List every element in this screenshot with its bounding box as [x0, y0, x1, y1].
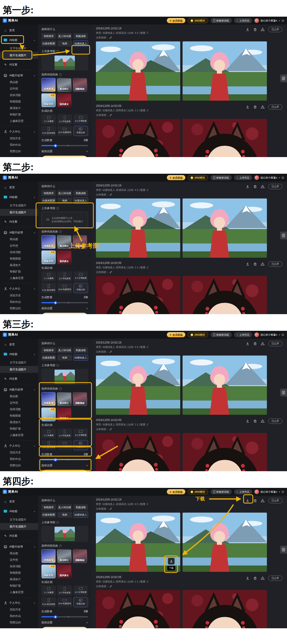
upload-works-button[interactable]: ↑ 上传作品	[234, 332, 252, 337]
ratio-1-2[interactable]: 1:2 手机屏幕	[57, 271, 72, 282]
edit-icon[interactable]	[110, 428, 112, 430]
sidebar-item-product-image[interactable]: 商品图	[0, 550, 38, 556]
image-download-button[interactable]	[168, 558, 175, 565]
feedback-side-tab[interactable]	[280, 546, 287, 554]
ratio-4-3[interactable]: 4:3 文章配图	[73, 428, 88, 438]
generated-image-2[interactable]	[183, 198, 267, 258]
sidebar-item-home[interactable]: ⌂ 首页	[0, 184, 38, 191]
option-ecommerce[interactable]: 电商	[57, 354, 72, 361]
slider-handle[interactable]	[54, 458, 57, 462]
option-anime-to-real[interactable]: 动漫转真人	[73, 40, 88, 46]
option-media-image[interactable]: 自媒体配图	[41, 354, 56, 361]
delete-icon[interactable]	[253, 105, 257, 109]
generated-image-2[interactable]	[183, 433, 267, 471]
app-logo[interactable]: D 简单AI	[3, 333, 18, 337]
quantity-slider[interactable]	[41, 615, 88, 618]
ratio-1-1[interactable]: 1:1 头像图	[41, 428, 56, 438]
logout-icon[interactable]	[282, 176, 284, 179]
sidebar-item-id-photo[interactable]: 证件照	[0, 556, 38, 563]
download-icon[interactable]	[246, 28, 250, 32]
ratio-9-16[interactable]: 9:16 宣传海报	[41, 597, 56, 607]
ratio-1-1[interactable]: 1:1 头像图	[41, 114, 56, 124]
generated-image-2[interactable]	[183, 276, 267, 314]
feedback-side-tab[interactable]	[280, 74, 287, 82]
sidebar-item-home[interactable]: ⌂ 首页	[0, 341, 38, 348]
advanced-settings[interactable]: 高级设置 ▼	[41, 621, 88, 624]
report-icon[interactable]	[261, 28, 265, 32]
style-cool-gentleman[interactable]: 高冷绅士	[57, 235, 71, 249]
download-icon[interactable]	[246, 576, 250, 580]
style-cute-girl[interactable]: 会员 萌妹专用	[41, 93, 56, 107]
sidebar-item-erase[interactable]: 涂抹消除	[0, 563, 38, 570]
sidebar-group-ai-draw[interactable]: AI绘图 ▲	[0, 351, 38, 358]
sidebar-item-ai-copy[interactable]: ✎ AI文案	[0, 218, 38, 225]
option-smart-recommend[interactable]: 智能推荐	[41, 33, 56, 39]
sidebar-item-erase[interactable]: 涂抹消除	[0, 406, 38, 412]
member-benefits-button[interactable]: V 会员权益	[167, 18, 185, 23]
sidebar-item-ai-copy[interactable]: ✎ AI文案	[0, 61, 38, 68]
sidebar-item-my-works[interactable]: 我的作品	[0, 142, 38, 148]
style-sweet-cool[interactable]: 甜酷辣妹	[73, 549, 87, 563]
sidebar-item-cutout[interactable]: 智能抠图	[0, 570, 38, 576]
sidebar-item-my-works[interactable]: 我的作品	[0, 613, 38, 619]
download-icon[interactable]	[246, 499, 250, 503]
generated-image-1[interactable]	[96, 198, 180, 258]
slider-handle[interactable]	[54, 144, 57, 147]
sidebar-item-image-to-image[interactable]: 图片生成图片	[0, 366, 38, 373]
style-texture-hd[interactable]: 质感高清	[41, 235, 56, 249]
ratio-9-16[interactable]: 9:16 宣传海报	[41, 440, 56, 450]
published-button[interactable]: 已公开	[268, 262, 282, 267]
style-sweet-cool[interactable]: 甜酷辣妹	[73, 78, 87, 92]
ratio-original[interactable]: 原图比例	[73, 283, 88, 293]
ratio-1-1[interactable]: 1:1 头像图	[41, 271, 56, 282]
edit-icon[interactable]	[110, 350, 112, 353]
edit-icon[interactable]	[110, 36, 112, 39]
option-ecommerce[interactable]: 电商	[57, 198, 72, 204]
style-cute-girl[interactable]: 会员 萌妹专用	[41, 407, 56, 421]
logout-icon[interactable]	[282, 19, 284, 22]
generated-image-1[interactable]	[96, 42, 180, 100]
option-ecommerce[interactable]: 电商	[57, 512, 72, 518]
sidebar-item-my-likes[interactable]: 我赞过的	[0, 148, 38, 154]
style-chinese-beauty[interactable]: 国风美女	[57, 250, 71, 264]
ratio-original[interactable]: 原图比例	[73, 440, 88, 450]
sidebar-item-cutout[interactable]: 智能抠图	[0, 412, 38, 419]
sidebar-item-image-to-image[interactable]: 图片生成图片	[0, 209, 38, 216]
delete-icon[interactable]	[253, 342, 257, 346]
slider-handle[interactable]	[54, 301, 57, 304]
user-menu[interactable]: 担心的小紫薯n ∨	[255, 490, 284, 494]
ratio-9-16[interactable]: 9:16 宣传海报	[41, 126, 56, 136]
sidebar-item-my-likes[interactable]: 我赞过的	[0, 619, 38, 626]
edit-icon[interactable]	[110, 508, 112, 510]
published-button[interactable]: 已公开	[268, 184, 282, 189]
member-benefits-button[interactable]: V 会员权益	[167, 332, 185, 337]
sidebar-item-text-to-image[interactable]: 文字生成图片	[0, 45, 38, 52]
ratio-16-9[interactable]: 16:9 电脑壁纸	[57, 283, 72, 293]
generate-button[interactable]: 会员高速生成图片 (消耗2积分)	[41, 156, 88, 157]
style-texture-hd[interactable]: 质感高清	[41, 549, 56, 563]
style-texture-hd[interactable]: 质感高清	[41, 78, 56, 92]
sidebar-item-image-to-image[interactable]: 图片生成图片	[0, 52, 38, 59]
option-anime-to-real[interactable]: 动漫转真人	[73, 354, 88, 361]
generated-image-2[interactable]	[183, 590, 267, 628]
delete-icon[interactable]	[253, 262, 257, 266]
sidebar-item-product-image[interactable]: 商品图	[0, 79, 38, 85]
sidebar-group-ai-draw[interactable]: AI绘图 ▲	[0, 36, 38, 44]
report-icon[interactable]	[261, 576, 265, 580]
mobile-version-button[interactable]: 体验移动端	[211, 489, 232, 494]
option-smart-recommend[interactable]: 智能推荐	[41, 190, 56, 196]
quantity-slider[interactable]	[41, 301, 88, 304]
edit-icon[interactable]	[110, 271, 112, 274]
delete-icon[interactable]	[253, 185, 257, 188]
sidebar-item-text-to-image[interactable]: 文字生成图片	[0, 516, 38, 523]
published-button[interactable]: 已公开	[268, 576, 282, 581]
delete-icon[interactable]	[253, 576, 257, 580]
published-button[interactable]: 已公开	[268, 341, 282, 346]
style-chinese-beauty[interactable]: 国风美女	[57, 407, 71, 421]
sidebar-group-ai-draw[interactable]: AI绘图 ▲	[0, 508, 38, 515]
sidebar-group-ai-process[interactable]: AI图片处理 ▲	[0, 229, 38, 236]
app-logo[interactable]: D 简单AI	[3, 18, 18, 23]
ratio-1-2[interactable]: 1:2 手机屏幕	[57, 586, 72, 596]
sidebar-item-upscale[interactable]: 高清放大	[0, 419, 38, 426]
option-real-to-anime[interactable]: 真人转动漫	[57, 504, 72, 510]
